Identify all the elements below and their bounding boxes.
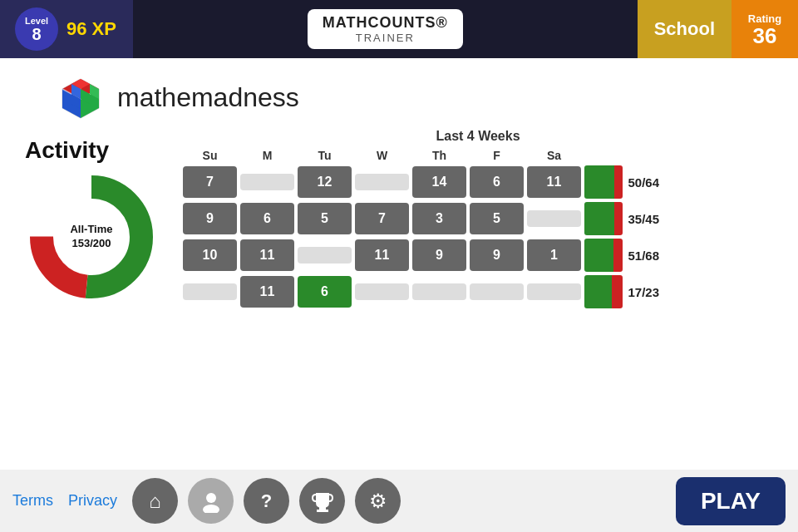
- donut-line2: 153/200: [70, 237, 112, 251]
- cal-cell-empty: [527, 283, 581, 300]
- col-sa: Sa: [527, 149, 581, 162]
- cal-cell: 11: [240, 276, 294, 308]
- col-f: F: [470, 149, 524, 162]
- help-button[interactable]: ?: [244, 478, 289, 524]
- svg-rect-18: [317, 510, 328, 512]
- col-th: Th: [412, 149, 466, 162]
- logo-box: MATHCOUNTS® TRAINER: [308, 9, 463, 49]
- svg-point-15: [206, 493, 216, 503]
- cal-cell: 3: [412, 203, 466, 234]
- username-row: mathemadness: [25, 75, 773, 121]
- cal-cell: 6: [240, 203, 294, 234]
- xp-text: 96 XP: [66, 18, 116, 40]
- school-label: School: [638, 0, 732, 58]
- cal-cell-green: 6: [298, 276, 352, 308]
- cal-cell: 10: [183, 239, 237, 271]
- col-tu: Tu: [298, 149, 352, 162]
- username-text: mathemadness: [117, 82, 299, 113]
- header-left: Level 8 96 XP: [0, 0, 133, 58]
- cal-cell-empty: [183, 283, 237, 300]
- cal-cell-empty: [412, 283, 466, 300]
- privacy-link[interactable]: Privacy: [68, 492, 117, 510]
- score-cell-4: 17/23: [584, 275, 659, 308]
- score-cell-3: 51/68: [584, 239, 659, 272]
- terms-link[interactable]: Terms: [12, 492, 53, 510]
- cal-cell-empty: [470, 283, 524, 300]
- cal-cell: 14: [412, 166, 466, 198]
- score-text-1: 50/64: [628, 175, 659, 190]
- calendar-grid: 7 12 14 6 11 50/64: [183, 165, 773, 308]
- activity-left: Activity All-Time 153/200: [25, 129, 158, 303]
- rating-number: 36: [753, 25, 777, 47]
- score-text-3: 51/68: [628, 249, 659, 263]
- play-button[interactable]: PLAY: [676, 477, 786, 525]
- activity-section: Activity All-Time 153/200: [25, 129, 773, 308]
- app-logo-icon: [58, 75, 104, 121]
- cal-cell-empty: [240, 174, 294, 190]
- cal-cell-empty: [355, 283, 409, 300]
- cal-cell-empty: [355, 174, 409, 190]
- logo-bottom: TRAINER: [356, 32, 415, 44]
- cal-cell: 11: [355, 239, 409, 271]
- col-score: [584, 149, 659, 162]
- calendar-section: Last 4 Weeks Su M Tu W Th F Sa 7 12 14: [183, 129, 773, 308]
- score-text-4: 17/23: [628, 285, 659, 299]
- header-right: School Rating 36: [638, 0, 798, 58]
- cal-cell: 6: [470, 166, 524, 198]
- home-button[interactable]: ⌂: [132, 478, 178, 524]
- cal-row-3: 10 11 11 9 9 1 51/68: [183, 239, 773, 272]
- rating-box: Rating 36: [732, 0, 798, 58]
- trophy-icon: [311, 490, 334, 513]
- person-icon: [200, 490, 223, 513]
- score-cell-1: 50/64: [584, 165, 659, 199]
- activity-label: Activity: [25, 137, 116, 164]
- footer: Terms Privacy ⌂ ? ⚙ PLAY: [0, 470, 798, 532]
- cal-row-1: 7 12 14 6 11 50/64: [183, 165, 773, 199]
- donut-line1: All-Time: [70, 223, 112, 237]
- level-box: Level 8: [15, 7, 58, 51]
- calendar-header: Su M Tu W Th F Sa: [183, 149, 773, 162]
- cal-cell-empty: [298, 247, 352, 264]
- cal-cell: 1: [527, 239, 581, 271]
- score-text-2: 35/45: [628, 212, 659, 226]
- logo-top: MATHCOUNTS®: [323, 14, 448, 32]
- cal-cell-empty: [527, 210, 581, 227]
- col-m: M: [240, 149, 294, 162]
- score-cell-2: 35/45: [584, 202, 659, 235]
- main-content: mathemadness Activity All-Tim: [0, 58, 798, 470]
- calendar-title: Last 4 Weeks: [183, 129, 773, 144]
- cal-row-2: 9 6 5 7 3 5 35/45: [183, 202, 773, 235]
- trophy-button[interactable]: [299, 478, 345, 524]
- cal-cell: 7: [183, 166, 237, 198]
- cal-cell: 11: [240, 239, 294, 271]
- profile-button[interactable]: [188, 478, 234, 524]
- col-w: W: [355, 149, 409, 162]
- donut-label: All-Time 153/200: [70, 223, 112, 251]
- col-su: Su: [183, 149, 237, 162]
- cal-cell: 11: [527, 166, 581, 198]
- settings-button[interactable]: ⚙: [355, 478, 401, 524]
- cal-cell: 7: [355, 203, 409, 234]
- cal-cell: 9: [412, 239, 466, 271]
- header: Level 8 96 XP MATHCOUNTS® TRAINER School…: [0, 0, 798, 58]
- donut-container: All-Time 153/200: [25, 170, 158, 303]
- cal-cell: 5: [298, 203, 352, 234]
- cal-cell: 12: [298, 166, 352, 198]
- svg-point-16: [203, 505, 219, 513]
- cal-row-4: 11 6 17/23: [183, 275, 773, 308]
- cal-cell: 5: [470, 203, 524, 234]
- header-center: MATHCOUNTS® TRAINER: [133, 9, 638, 49]
- cal-cell: 9: [183, 203, 237, 234]
- level-number: 8: [32, 26, 41, 42]
- cal-cell: 9: [470, 239, 524, 271]
